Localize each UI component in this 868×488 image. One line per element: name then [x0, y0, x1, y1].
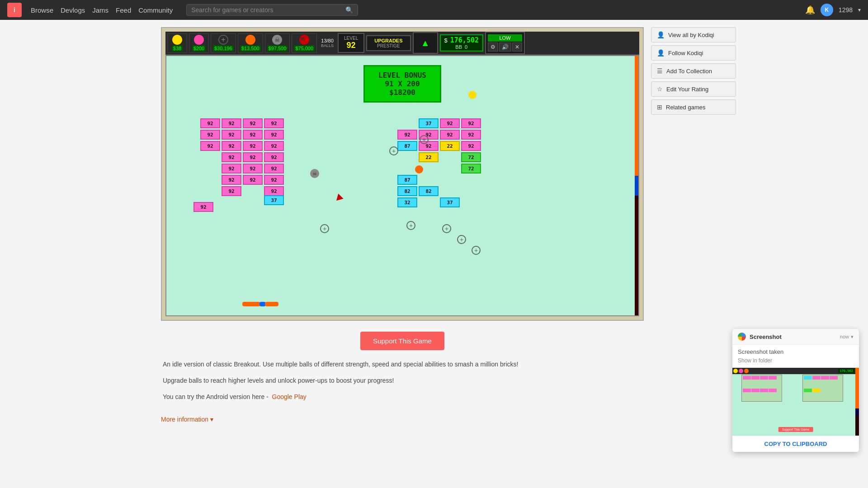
plus-powerup-5: +: [442, 224, 451, 233]
game-wrapper: $38 $200 + $30,196 $13,500: [161, 27, 644, 321]
brick: 32: [397, 197, 417, 207]
edit-rating-label: Edit Your Rating: [666, 86, 708, 93]
desc-text-3: You can try the Android version here - G…: [163, 392, 642, 403]
support-button[interactable]: Support This Game: [360, 332, 444, 350]
brick: 92: [222, 130, 241, 140]
brick: 92: [264, 152, 284, 162]
nav-community[interactable]: Community: [138, 6, 173, 14]
nav-feed[interactable]: Feed: [116, 6, 131, 14]
mini-bricks-left: [741, 375, 782, 402]
brick: 92: [222, 164, 241, 174]
desc-text-2: Upgrade balls to reach higher levels and…: [163, 375, 642, 386]
screenshot-taken-text: Screenshot taken: [738, 348, 854, 355]
ball-in-play-skull: ☠: [310, 169, 319, 178]
view-all-icon: 👤: [657, 31, 665, 38]
chrome-icon: [738, 333, 746, 341]
ball-pink-icon: [194, 35, 204, 45]
balls-label: BALLS: [321, 43, 334, 48]
search-bar: 🔍: [186, 4, 358, 16]
ball-cross-cost: $30,196: [213, 45, 234, 52]
brick: 92: [200, 118, 220, 128]
brick: 22: [440, 141, 460, 151]
brick: 22: [419, 152, 439, 162]
mini-brick: [760, 389, 768, 392]
upgrades-label: UPGRADES: [374, 38, 402, 43]
ball-orange[interactable]: $13,500: [238, 33, 263, 53]
follow-button[interactable]: 👤 Follow Kodiqi: [651, 45, 736, 61]
brick: 92: [243, 130, 263, 140]
close-icon-btn[interactable]: ✕: [512, 42, 522, 52]
add-collection-button[interactable]: ☰ Add To Collection: [651, 63, 736, 79]
google-play-link[interactable]: Google Play: [272, 393, 307, 400]
plus-powerup-2: +: [389, 146, 398, 155]
ball-red-cost: $75,000: [294, 45, 315, 52]
brick: 92: [264, 141, 284, 151]
mini-brick: [751, 389, 760, 392]
ball-in-play-orange: [415, 165, 423, 174]
notif-time: now: [840, 334, 849, 339]
brick: 92: [440, 118, 460, 128]
copy-clipboard-button[interactable]: COPY TO CLIPBOARD: [732, 436, 859, 452]
search-input[interactable]: [191, 6, 344, 14]
show-folder-link[interactable]: Show in folder: [738, 357, 772, 364]
brick: 87: [397, 175, 417, 185]
mini-brick: [830, 376, 838, 380]
desc-text-1: An idle version of classic Breakout. Use…: [163, 359, 642, 370]
bonus-line3: $18200: [378, 88, 426, 97]
settings-box: LOW ⚙ 🔊 ✕: [485, 32, 525, 54]
brick: 92: [222, 152, 241, 162]
brick: 92: [461, 130, 481, 140]
mini-ball-orange: [744, 369, 749, 373]
brick: 92: [222, 118, 241, 128]
notif-expand[interactable]: ▾: [851, 334, 854, 340]
add-collection-icon: ☰: [657, 67, 663, 75]
center-content: $38 $200 + $30,196 $13,500: [154, 20, 651, 488]
upgrades-box[interactable]: UPGRADES PRESTIGE: [366, 35, 410, 51]
settings-icon-btn[interactable]: ⚙: [488, 42, 498, 52]
side-dark: [635, 196, 638, 315]
brick: 92: [243, 152, 263, 162]
user-dropdown-arrow[interactable]: ▾: [858, 7, 861, 13]
brick: 92: [243, 118, 263, 128]
ball-cross[interactable]: + $30,196: [211, 33, 236, 53]
brick: 92: [243, 164, 263, 174]
more-info-link[interactable]: More information ▾: [161, 416, 644, 423]
nav-browse[interactable]: Browse: [31, 6, 53, 14]
ball-skull[interactable]: ☠ $97,500: [265, 33, 290, 53]
dollar-sign: $: [444, 37, 448, 44]
brick: 92: [264, 186, 284, 196]
related-games-label: Related games: [666, 104, 705, 111]
rank-box: ▲: [413, 32, 438, 54]
brick: 87: [397, 141, 417, 151]
paddle-segment-orange2: [265, 302, 278, 306]
main-nav: Browse Devlogs Jams Feed Community: [31, 6, 173, 14]
sound-icon-btn[interactable]: 🔊: [499, 42, 511, 52]
related-games-button[interactable]: ⊞ Related games: [651, 99, 736, 115]
brick: 92: [200, 141, 220, 151]
plus-powerup-4: +: [320, 224, 329, 233]
mini-sidebar: [855, 368, 859, 436]
notification-icon[interactable]: 🔔: [805, 5, 815, 15]
nav-devlogs[interactable]: Devlogs: [61, 6, 85, 14]
brick: 92: [222, 141, 241, 151]
view-all-button[interactable]: 👤 View all by Kodiqi: [651, 27, 736, 42]
mini-hud: 176,502: [732, 368, 855, 374]
level-box: LEVEL 92: [338, 33, 364, 53]
balls-count-value: 13/80: [321, 38, 334, 43]
ball-pink[interactable]: $200: [189, 33, 209, 53]
rank-icon: ▲: [417, 35, 434, 51]
edit-rating-button[interactable]: ☆ Edit Your Rating: [651, 81, 736, 97]
follow-label: Follow Kodiqi: [668, 50, 703, 56]
logo[interactable]: i: [7, 3, 22, 17]
brick: 92: [461, 118, 481, 128]
ball-red[interactable]: ✕ $75,000: [292, 33, 317, 53]
game-play-area[interactable]: LEVEL BONUS 91 X 200 $18200 92 92 92 92 …: [165, 55, 639, 316]
ball-yellow[interactable]: $38: [167, 33, 187, 53]
side-indicators: [635, 56, 638, 315]
ball-pink-cost: $200: [192, 45, 206, 52]
brick: 72: [461, 164, 481, 174]
related-games-icon: ⊞: [657, 103, 662, 111]
nav-jams[interactable]: Jams: [92, 6, 108, 14]
mini-brick: [812, 376, 821, 380]
side-orange: [635, 56, 638, 176]
